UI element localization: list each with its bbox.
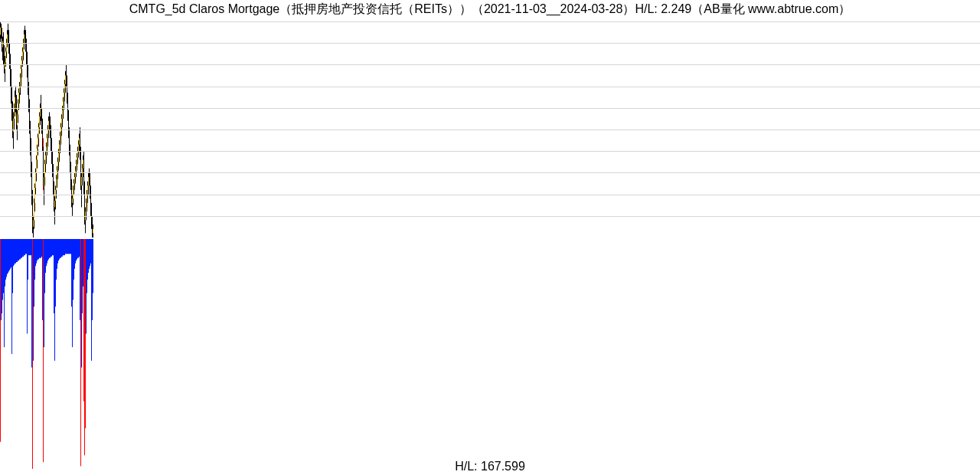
gridline: [0, 21, 980, 22]
gridline: [0, 87, 980, 87]
gridline: [0, 129, 980, 130]
chart-title: CMTG_5d Claros Mortgage（抵押房地产投资信托（REITs）…: [0, 2, 980, 18]
volume-bar-chart: [0, 239, 980, 469]
volume-panel: [0, 239, 980, 469]
gridline: [0, 216, 980, 217]
gridline: [0, 151, 980, 152]
gridline: [0, 195, 980, 195]
volume-hl-label: H/L: 167.599: [0, 460, 980, 473]
gridline: [0, 172, 980, 173]
gridline: [0, 64, 980, 65]
gridline: [0, 43, 980, 44]
gridline: [0, 108, 980, 109]
